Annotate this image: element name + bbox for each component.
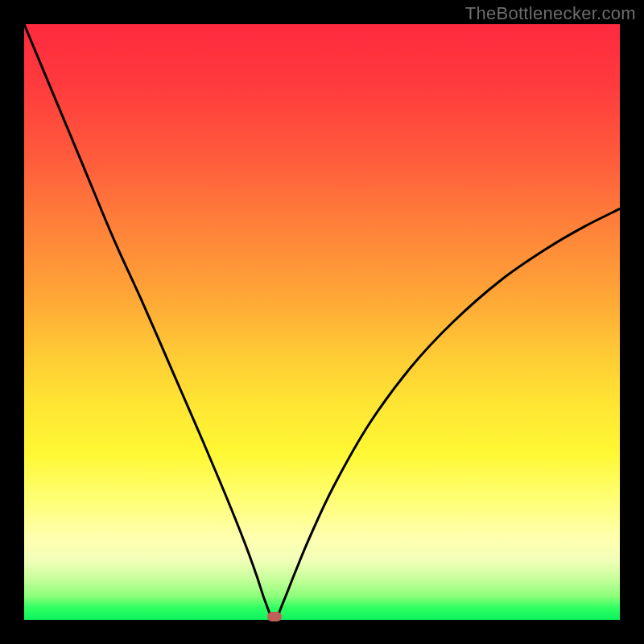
minimum-marker <box>267 612 282 621</box>
watermark-text: TheBottlenecker.com <box>465 3 636 24</box>
plot-area <box>24 24 620 620</box>
chart-frame: TheBottlenecker.com <box>0 0 644 644</box>
bottleneck-curve <box>24 24 620 620</box>
